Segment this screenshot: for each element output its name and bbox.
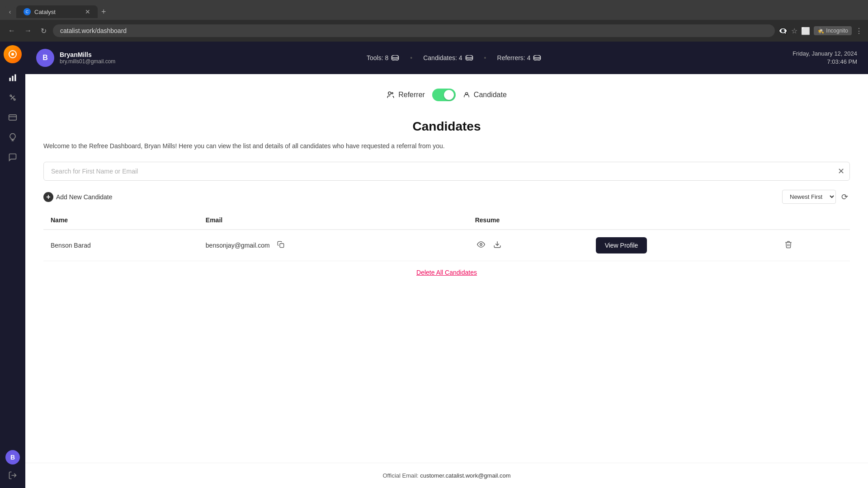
- stat-candidates: Candidates: 4: [423, 54, 473, 61]
- reload-button[interactable]: ↻: [38, 25, 49, 37]
- page-footer: Official Email: customer.catalist.work@g…: [25, 463, 868, 488]
- sidebar-item-card[interactable]: [4, 108, 22, 127]
- eye-slash-icon[interactable]: 👁‍🗨: [778, 27, 788, 35]
- svg-rect-3: [12, 76, 13, 81]
- user-avatar: B: [36, 49, 54, 67]
- address-bar[interactable]: [53, 24, 775, 37]
- page-description: Welcome to the Refree Dashboard, Bryan M…: [43, 141, 514, 151]
- tab-scroll-left[interactable]: ‹: [4, 5, 16, 18]
- header-stats: Tools: 8 • Candidates: 4 • Referrers: 4: [367, 54, 541, 61]
- download-resume-button[interactable]: [491, 239, 503, 252]
- col-name: Name: [43, 211, 198, 230]
- sidebar-item-tools[interactable]: [4, 89, 22, 107]
- stat-tools: Tools: 8: [367, 54, 399, 61]
- sort-dropdown[interactable]: Newest First Oldest First A-Z Z-A: [782, 190, 836, 204]
- page-body: Referrer Candidate Candidates Welcome to…: [25, 74, 868, 463]
- svg-point-14: [466, 55, 472, 58]
- forward-button[interactable]: →: [22, 25, 34, 37]
- menu-icon[interactable]: ⋮: [855, 27, 863, 35]
- user-email: bry.mills01@gmail.com: [60, 58, 115, 65]
- incognito-icon: 🕵: [817, 28, 824, 34]
- add-candidate-button[interactable]: + Add New Candidate: [43, 192, 113, 202]
- svg-rect-19: [280, 244, 284, 248]
- app-header: B BryanMills bry.mills01@gmail.com Tools…: [25, 42, 868, 74]
- back-button[interactable]: ←: [5, 25, 18, 37]
- user-name: BryanMills: [60, 51, 115, 58]
- page-title: Candidates: [43, 119, 850, 134]
- candidate-email-cell: bensonjay@gmail.com: [198, 230, 468, 261]
- candidates-tbody: Benson Barad bensonjay@gmail.com: [43, 230, 850, 261]
- new-tab-button[interactable]: +: [98, 5, 110, 19]
- candidates-table: Name Email Resume Benson Barad bensonjay…: [43, 211, 850, 261]
- svg-point-17: [392, 93, 393, 94]
- tab-bar: ‹ C Catalyst ✕ +: [0, 0, 868, 20]
- referrer-label: Referrer: [387, 91, 425, 99]
- search-clear-icon[interactable]: ✕: [838, 166, 844, 176]
- add-icon: +: [43, 192, 53, 202]
- tab-favicon: C: [24, 8, 31, 15]
- main-content: B BryanMills bry.mills01@gmail.com Tools…: [25, 42, 868, 488]
- sidebar-user-avatar[interactable]: B: [5, 450, 20, 465]
- svg-rect-4: [14, 75, 16, 81]
- search-container: ✕: [43, 162, 850, 181]
- tab-close-button[interactable]: ✕: [85, 8, 90, 15]
- view-resume-button[interactable]: [475, 239, 487, 252]
- mode-toggle[interactable]: [432, 89, 456, 101]
- user-details: BryanMills bry.mills01@gmail.com: [60, 51, 115, 65]
- svg-rect-8: [9, 115, 17, 120]
- svg-point-16: [388, 92, 391, 94]
- col-email: Email: [198, 211, 468, 230]
- delete-row-cell: [775, 230, 850, 261]
- candidate-name: Benson Barad: [43, 230, 198, 261]
- bookmark-icon[interactable]: ☆: [791, 27, 797, 35]
- svg-point-1: [11, 53, 14, 56]
- sidebar-item-ideas[interactable]: [4, 128, 22, 146]
- sidebar-toggle-icon[interactable]: ⬜: [801, 27, 810, 35]
- copy-email-button[interactable]: [275, 239, 286, 252]
- sidebar-logo[interactable]: [4, 45, 22, 63]
- candidate-label: Candidate: [463, 91, 507, 99]
- svg-rect-2: [9, 78, 11, 81]
- delete-row-button[interactable]: [783, 239, 794, 252]
- sidebar-item-logout[interactable]: [4, 466, 22, 484]
- svg-point-15: [534, 55, 541, 58]
- svg-point-20: [480, 244, 482, 246]
- sidebar: B: [0, 42, 25, 488]
- stat-referrers: Referrers: 4: [497, 54, 542, 61]
- sort-controls: Newest First Oldest First A-Z Z-A ⟳: [782, 190, 850, 204]
- delete-all-row: Delete All Candidates: [43, 261, 850, 284]
- sidebar-item-analytics[interactable]: [4, 69, 22, 87]
- toolbar-icons: 👁‍🗨 ☆ ⬜ 🕵 Incognito ⋮: [778, 26, 863, 35]
- incognito-badge: 🕵 Incognito: [814, 26, 852, 35]
- header-time: 7:03:46 PM: [793, 58, 857, 66]
- view-profile-cell: View Profile: [589, 230, 776, 261]
- col-resume: Resume: [468, 211, 589, 230]
- header-datetime: Friday, January 12, 2024 7:03:46 PM: [793, 50, 857, 66]
- tab-title: Catalyst: [34, 9, 56, 15]
- browser-tab-active[interactable]: C Catalyst ✕: [16, 5, 98, 18]
- sidebar-item-messages[interactable]: [4, 148, 22, 166]
- sidebar-bottom: B: [4, 450, 22, 484]
- actions-bar: + Add New Candidate Newest First Oldest …: [43, 190, 850, 204]
- delete-all-button[interactable]: Delete All Candidates: [416, 269, 477, 276]
- candidate-resume-cell: [468, 230, 589, 261]
- header-date: Friday, January 12, 2024: [793, 50, 857, 58]
- footer-email-label: Official Email:: [382, 472, 418, 479]
- footer-email: customer.catalist.work@gmail.com: [420, 472, 510, 479]
- table-header: Name Email Resume: [43, 211, 850, 230]
- table-row: Benson Barad bensonjay@gmail.com: [43, 230, 850, 261]
- candidate-email: bensonjay@gmail.com: [206, 242, 270, 249]
- view-profile-button[interactable]: View Profile: [596, 237, 647, 253]
- browser-toolbar: ← → ↻ 👁‍🗨 ☆ ⬜ 🕵 Incognito ⋮: [0, 20, 868, 42]
- toggle-section: Referrer Candidate: [43, 89, 850, 101]
- browser-chrome: ‹ C Catalyst ✕ + ← → ↻ 👁‍🗨 ☆ ⬜ 🕵 Incogni…: [0, 0, 868, 42]
- app-container: B B BryanMills bry.mills01@gmail.com Too…: [0, 42, 868, 488]
- search-input[interactable]: [43, 162, 850, 181]
- refresh-button[interactable]: ⟳: [840, 190, 850, 204]
- svg-point-13: [392, 55, 399, 58]
- user-info: B BryanMills bry.mills01@gmail.com: [36, 49, 115, 67]
